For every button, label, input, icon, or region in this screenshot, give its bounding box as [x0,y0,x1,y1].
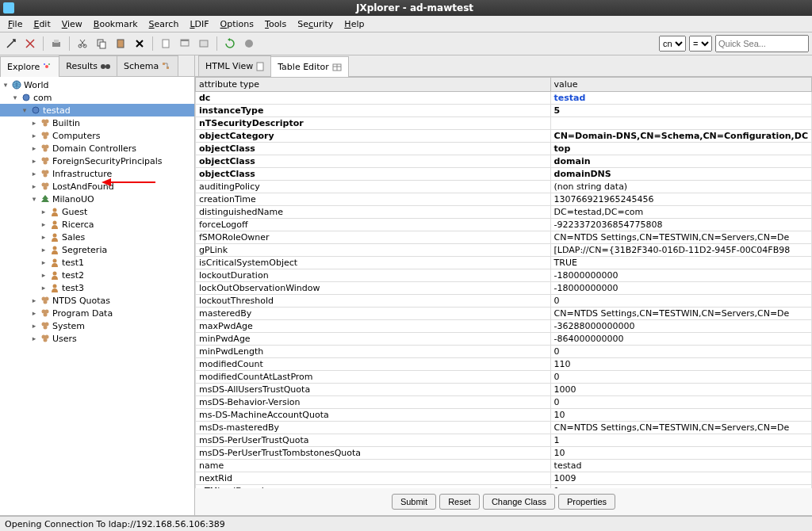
attr-row[interactable]: isCriticalSystemObjectTRUE [196,257,812,269]
tree-users[interactable]: ▸Users [0,332,194,345]
tree-program-data[interactable]: ▸Program Data [0,307,194,319]
menu-ldif[interactable]: LDIF [185,17,213,31]
attr-value[interactable]: -18000000000 [550,282,811,295]
change-class-button[interactable]: Change Class [483,494,555,510]
attr-row[interactable]: msDS-PerUserTrustTombstonesQuota10 [196,447,812,460]
attr-name[interactable]: lockoutThreshold [196,295,551,308]
attr-name[interactable]: minPwdAge [196,333,551,346]
expand-toggle[interactable]: ▾ [11,94,19,101]
expand-toggle[interactable]: ▸ [30,157,38,165]
cut-icon[interactable] [75,36,90,52]
delete-icon[interactable] [132,36,147,52]
attr-value[interactable]: -9223372036854775808 [550,219,811,231]
attr-row[interactable]: creationTime130766921965245456 [196,193,812,206]
attr-value[interactable]: CN=NTDS Settings,CN=TESTWIN,CN=Servers,C… [550,308,811,320]
attr-value[interactable]: 130766921965245456 [550,193,811,206]
new-window-icon[interactable] [177,36,193,52]
attr-name[interactable]: msDS-Behavior-Version [196,396,551,409]
tree-ntds-quotas[interactable]: ▸NTDS Quotas [0,294,194,307]
search-op-select[interactable]: = [689,36,712,52]
tree-com[interactable]: ▾com [0,91,194,104]
attr-name[interactable]: auditingPolicy [196,181,551,193]
attr-value[interactable]: 0 [550,346,811,358]
expand-toggle[interactable]: ▸ [30,132,38,139]
tab-table-editor[interactable]: Table Editor [270,56,349,77]
attr-value[interactable]: CN=NTDS Settings,CN=TESTWIN,CN=Servers,C… [550,231,811,244]
quick-search-input[interactable] [715,35,809,52]
print-icon[interactable] [48,36,64,52]
attr-row[interactable]: forceLogoff-9223372036854775808 [196,219,812,231]
expand-toggle[interactable]: ▸ [40,258,48,266]
attr-row[interactable]: msDs-masteredByCN=NTDS Settings,CN=TESTW… [196,422,812,434]
attr-name[interactable]: msDS-AllUsersTrustQuota [196,384,551,396]
tree-segreteria[interactable]: ▸Segreteria [0,243,194,256]
attr-row[interactable]: nTSecurityDescriptor [196,117,812,130]
attr-name[interactable]: modifiedCount [196,358,551,371]
tree-builtin[interactable]: ▸Builtin [0,117,194,129]
attr-value[interactable]: CN=Domain-DNS,CN=Schema,CN=Configuration… [550,130,811,143]
attr-row[interactable]: fSMORoleOwnerCN=NTDS Settings,CN=TESTWIN… [196,231,812,244]
expand-toggle[interactable]: ▾ [21,106,29,114]
attr-row[interactable]: modifiedCount110 [196,358,812,371]
expand-toggle[interactable]: ▾ [2,81,10,89]
attr-name[interactable]: distinguishedName [196,206,551,219]
attr-row[interactable]: objectClasstop [196,143,812,155]
attr-name[interactable]: nextRid [196,472,551,485]
attr-name[interactable]: masteredBy [196,308,551,320]
stop-icon[interactable] [241,36,257,52]
menu-search[interactable]: Search [144,17,184,31]
tree-sales[interactable]: ▸Sales [0,231,194,243]
tree-domain-controllers[interactable]: ▸Domain Controllers [0,142,194,155]
attr-value[interactable]: top [550,143,811,155]
expand-toggle[interactable]: ▸ [30,170,38,178]
col-value[interactable]: value [550,78,811,92]
attr-row[interactable]: auditingPolicy(non string data) [196,181,812,193]
disconnect-icon[interactable] [22,36,38,52]
menu-file[interactable]: File [3,17,27,31]
attr-value[interactable]: domain [550,155,811,168]
attr-value[interactable]: 10 [550,447,811,460]
tab-schema[interactable]: Schema [117,55,178,76]
attr-row[interactable]: nextRid1009 [196,472,812,485]
attr-name[interactable]: isCriticalSystemObject [196,257,551,269]
attr-name[interactable]: objectCategory [196,130,551,143]
attr-name[interactable]: ms-DS-MachineAccountQuota [196,409,551,422]
tab-explore[interactable]: Explore [0,56,59,77]
attr-row[interactable]: lockOutObservationWindow-18000000000 [196,282,812,295]
attr-value[interactable]: DC=testad,DC=com [550,206,811,219]
expand-toggle[interactable]: ▸ [40,271,48,279]
search-attr-select[interactable]: cn [659,36,686,52]
attr-value[interactable]: 1009 [550,472,811,485]
attr-name[interactable]: lockoutDuration [196,269,551,282]
attr-row[interactable]: msDS-PerUserTrustQuota1 [196,434,812,447]
tree-testad[interactable]: ▾testad [0,104,194,117]
expand-toggle[interactable]: ▸ [30,296,38,304]
attr-row[interactable]: maxPwdAge-36288000000000 [196,320,812,333]
attr-row[interactable]: gPLink[LDAP://CN={31B2F340-016D-11D2-945… [196,244,812,257]
refresh-icon[interactable] [222,36,238,52]
attr-row[interactable]: msDS-AllUsersTrustQuota1000 [196,384,812,396]
expand-toggle[interactable]: ▸ [30,144,38,152]
expand-toggle[interactable]: ▸ [30,119,38,127]
attr-value[interactable]: -18000000000 [550,269,811,282]
reset-button[interactable]: Reset [439,494,480,510]
attr-value[interactable]: 110 [550,358,811,371]
expand-toggle[interactable]: ▸ [40,284,48,292]
attr-name[interactable]: instanceType [196,105,551,117]
tree-computers[interactable]: ▸Computers [0,129,194,142]
attr-name[interactable]: maxPwdAge [196,320,551,333]
tab-results[interactable]: Results [59,55,117,76]
expand-toggle[interactable]: ▸ [40,208,48,216]
attr-name[interactable]: dc [196,92,551,105]
expand-toggle[interactable]: ▸ [30,182,38,190]
tree-milanouo[interactable]: ▾MilanoUO [0,193,194,205]
expand-toggle[interactable]: ▸ [40,220,48,228]
col-attribute-type[interactable]: attribute type [196,78,551,92]
menu-view[interactable]: View [57,17,87,31]
attr-row[interactable]: instanceType5 [196,105,812,117]
expand-toggle[interactable]: ▸ [30,309,38,317]
attr-name[interactable]: objectClass [196,168,551,181]
attr-name[interactable]: lockOutObservationWindow [196,282,551,295]
attr-row[interactable]: ms-DS-MachineAccountQuota10 [196,409,812,422]
expand-toggle[interactable]: ▸ [30,322,38,330]
